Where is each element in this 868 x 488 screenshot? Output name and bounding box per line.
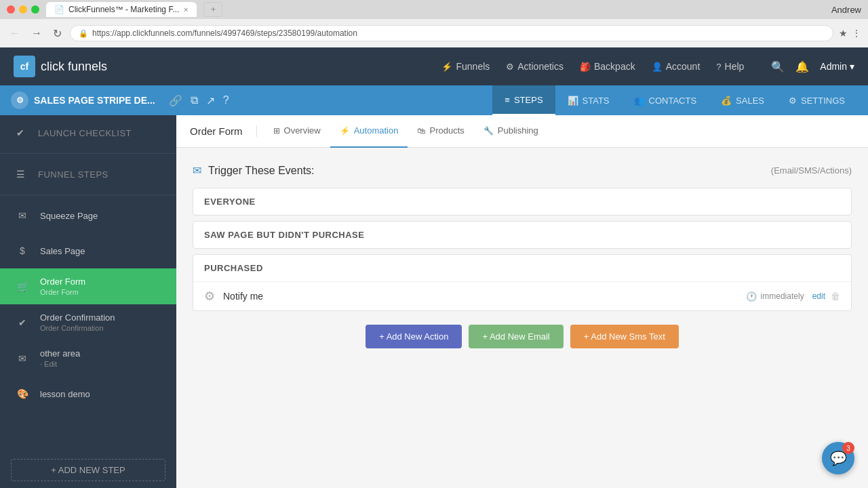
- sidebar-item-lesson[interactable]: 🎨 lesson demo: [0, 376, 176, 411]
- trigger-title-text: Trigger These Events:: [208, 165, 315, 177]
- new-tab-button[interactable]: +: [203, 2, 222, 17]
- confirmation-info: Order Confirmation Order Confirmation: [40, 312, 165, 332]
- funnel-settings-icon[interactable]: ⚙: [11, 92, 28, 109]
- checklist-icon: ✔: [11, 123, 30, 142]
- trigger-section-purchased-header[interactable]: PURCHASED: [193, 255, 851, 281]
- overview-label: Overview: [284, 125, 321, 136]
- add-new-step-button[interactable]: + ADD NEW STEP: [11, 459, 165, 481]
- nav-backpack[interactable]: 🎒 Backpack: [580, 61, 635, 72]
- chevron-down-icon: ▾: [850, 61, 854, 72]
- funnel-tabs: ≡ STEPS 📊 STATS 👥 CONTACTS 💰 SALES ⚙ SET…: [492, 85, 857, 115]
- stats-label: STATS: [583, 96, 610, 106]
- funnel-steps-label: FUNNEL STEPS: [38, 169, 108, 180]
- info-icon[interactable]: ?: [223, 94, 229, 106]
- tab-overview[interactable]: ⊞ Overview: [264, 115, 330, 148]
- logo-area[interactable]: cf click funnels: [14, 56, 107, 77]
- url-text: https://app.clickfunnels.com/funnels/499…: [92, 28, 357, 38]
- funnel-tab-contacts[interactable]: 👥 CONTACTS: [622, 85, 709, 115]
- action-delete-button[interactable]: 🗑: [831, 291, 840, 302]
- nav-account[interactable]: 👤 Account: [652, 61, 701, 72]
- tab-publishing[interactable]: 🔧 Publishing: [474, 115, 548, 148]
- saw-page-label: SAW PAGE BUT DIDN'T PURCHASE: [204, 230, 364, 240]
- stats-icon: 📊: [568, 96, 578, 106]
- trigger-header: ✉ Trigger These Events: (Email/SMS/Actio…: [193, 164, 852, 177]
- backpack-icon: 🎒: [580, 62, 591, 72]
- nav-help[interactable]: ? Help: [716, 61, 744, 72]
- actionetics-icon: ⚙: [506, 62, 514, 72]
- trigger-title: ✉ Trigger These Events:: [193, 164, 315, 177]
- admin-label: Admin: [820, 61, 847, 72]
- browser-chrome: 📄 ClickFunnels™ - Marketing F... ✕ + And…: [0, 0, 868, 47]
- nav-funnels[interactable]: ⚡ Funnels: [441, 61, 490, 72]
- copy-icon[interactable]: ⧉: [191, 94, 198, 106]
- tab-close-icon[interactable]: ✕: [183, 6, 189, 14]
- close-dot[interactable]: [7, 5, 15, 14]
- address-bar[interactable]: 🔒 https://app.clickfunnels.com/funnels/4…: [70, 25, 833, 41]
- launch-checklist-label: LAUNCH CHECKLIST: [38, 128, 132, 138]
- funnel-tools: 🔗 ⧉ ↗ ?: [169, 94, 229, 107]
- lesson-icon: 🎨: [13, 384, 32, 403]
- minimize-dot[interactable]: [19, 5, 27, 14]
- funnel-tab-stats[interactable]: 📊 STATS: [555, 85, 622, 115]
- browser-user: Andrew: [831, 5, 861, 15]
- settings-label: SETTINGS: [801, 96, 845, 106]
- action-name: Notify me: [223, 291, 746, 302]
- forward-button[interactable]: →: [28, 24, 45, 42]
- chat-badge: 3: [842, 442, 854, 454]
- confirmation-name: Order Confirmation: [40, 312, 165, 323]
- action-edit-button[interactable]: edit: [812, 291, 825, 301]
- refresh-button[interactable]: ↻: [50, 24, 64, 43]
- chat-bubble[interactable]: 💬 3: [822, 442, 854, 474]
- trigger-section-saw-page: SAW PAGE BUT DIDN'T PURCHASE: [193, 221, 852, 249]
- browser-tab[interactable]: 📄 ClickFunnels™ - Marketing F... ✕: [46, 2, 197, 17]
- add-new-email-button[interactable]: + Add New Email: [469, 325, 563, 348]
- automation-label: Automation: [354, 125, 399, 136]
- nav-backpack-label: Backpack: [594, 61, 635, 72]
- admin-dropdown[interactable]: Admin ▾: [820, 61, 854, 72]
- contacts-label: CONTACTS: [649, 96, 697, 106]
- sidebar-item-confirmation[interactable]: ✔ Order Confirmation Order Confirmation: [0, 304, 176, 340]
- external-icon[interactable]: ↗: [206, 94, 215, 107]
- help-icon: ?: [716, 62, 721, 72]
- sidebar-item-squeeze[interactable]: ✉ Squeeze Page: [0, 198, 176, 233]
- launch-checklist-item[interactable]: ✔ LAUNCH CHECKLIST: [0, 115, 176, 150]
- search-icon[interactable]: 🔍: [771, 60, 785, 73]
- settings-icon: ⚙: [789, 96, 797, 106]
- notification-icon[interactable]: 🔔: [795, 60, 809, 73]
- back-button[interactable]: ←: [7, 24, 23, 42]
- other-icon: ✉: [13, 349, 32, 368]
- squeeze-info: Squeeze Page: [40, 211, 165, 221]
- funnel-subnav: ⚙ SALES PAGE STRIPE DE... 🔗 ⧉ ↗ ? ≡ STEP…: [0, 85, 868, 115]
- add-new-action-button[interactable]: + Add New Action: [366, 325, 462, 348]
- secure-icon: 🔒: [79, 29, 88, 38]
- funnel-tab-sales[interactable]: 💰 SALES: [709, 85, 776, 115]
- trigger-section-everyone: EVERYONE: [193, 188, 852, 216]
- nav-funnels-label: Funnels: [456, 61, 490, 72]
- funnel-name-text: SALES PAGE STRIPE DE...: [34, 95, 155, 106]
- link-icon[interactable]: 🔗: [169, 94, 182, 107]
- sidebar-item-order[interactable]: 🛒 Order Form Order Form: [0, 268, 176, 304]
- action-settings-icon[interactable]: ⚙: [204, 289, 215, 304]
- maximize-dot[interactable]: [31, 5, 39, 14]
- funnels-icon: ⚡: [441, 62, 452, 72]
- products-icon: 🛍: [417, 126, 425, 136]
- trigger-section-saw-page-header[interactable]: SAW PAGE BUT DIDN'T PURCHASE: [193, 222, 851, 248]
- tab-automation[interactable]: ⚡ Automation: [330, 115, 408, 148]
- confirmation-icon: ✔: [13, 313, 32, 332]
- nav-actionetics[interactable]: ⚙ Actionetics: [506, 61, 564, 72]
- funnel-tab-steps[interactable]: ≡ STEPS: [492, 85, 555, 115]
- add-new-sms-button[interactable]: + Add New Sms Text: [570, 325, 679, 348]
- funnel-tab-settings[interactable]: ⚙ SETTINGS: [776, 85, 857, 115]
- funnel-steps-header: ☰ FUNNEL STEPS: [0, 157, 176, 192]
- everyone-label: EVERYONE: [204, 197, 256, 207]
- lesson-info: lesson demo: [40, 389, 165, 399]
- order-icon: 🛒: [13, 277, 32, 296]
- sidebar-item-sales[interactable]: $ Sales Page: [0, 233, 176, 268]
- trigger-section-purchased: PURCHASED ⚙ Notify me 🕐 immediately edit…: [193, 254, 852, 311]
- tab-products[interactable]: 🛍 Products: [408, 115, 473, 148]
- lesson-name: lesson demo: [40, 389, 165, 399]
- sales-label: SALES: [736, 96, 764, 106]
- trigger-section-everyone-header[interactable]: EVERYONE: [193, 188, 851, 215]
- sidebar-item-other[interactable]: ✉ other area · Edit: [0, 340, 176, 376]
- content-area: Order Form ⊞ Overview ⚡ Automation 🛍 Pro…: [176, 115, 868, 488]
